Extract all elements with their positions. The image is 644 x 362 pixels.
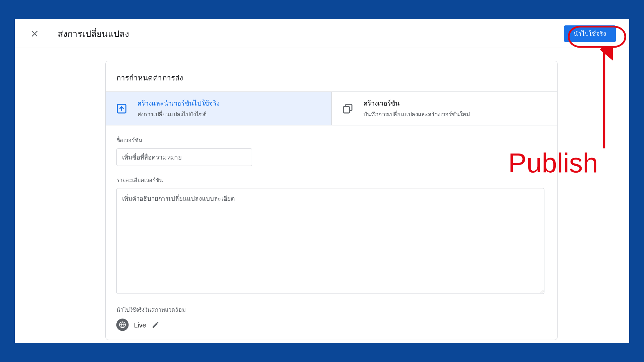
publish-button[interactable]: นำไปใช้จริง: [564, 25, 616, 42]
card-title: การกำหนดค่าการส่ง: [106, 61, 557, 92]
submit-options: สร้างและนำเวอร์ชันไปใช้จริง ส่งการเปลี่ย…: [106, 92, 557, 125]
version-name-input[interactable]: [116, 148, 252, 166]
environment-label: นำไปใช้จริงในสภาพแวดล้อม: [116, 305, 547, 314]
version-name-label: ชื่อเวอร์ชัน: [116, 136, 547, 145]
option-publish-version[interactable]: สร้างและนำเวอร์ชันไปใช้จริง ส่งการเปลี่ย…: [106, 92, 331, 125]
version-desc-label: รายละเอียดเวอร์ชัน: [116, 176, 547, 184]
modal-header: ส่งการเปลี่ยนแปลง นำไปใช้จริง: [15, 19, 629, 48]
option-publish-sub: ส่งการเปลี่ยนแปลงไปยังไซต์: [138, 110, 220, 119]
option-version-sub: บันทึกการเปลี่ยนแปลงและสร้างเวอร์ชันใหม่: [364, 110, 470, 119]
option-publish-title: สร้างและนำเวอร์ชันไปใช้จริง: [138, 98, 220, 109]
edit-environment-icon[interactable]: [151, 321, 159, 329]
upload-icon: [115, 102, 128, 115]
submit-changes-modal: ส่งการเปลี่ยนแปลง นำไปใช้จริง การกำหนดค่…: [15, 19, 629, 343]
environment-row: Live: [116, 319, 547, 331]
submission-config-card: การกำหนดค่าการส่ง สร้างและนำเวอร์ชันไปใช…: [105, 61, 558, 340]
svg-rect-2: [343, 107, 350, 113]
close-icon[interactable]: [29, 28, 40, 39]
annotation-arrow-icon: [589, 47, 615, 153]
version-desc-input[interactable]: [116, 188, 545, 294]
globe-icon: [116, 319, 129, 331]
option-create-version[interactable]: สร้างเวอร์ชัน บันทึกการเปลี่ยนแปลงและสร้…: [331, 92, 557, 125]
copy-icon: [341, 102, 354, 115]
modal-title: ส่งการเปลี่ยนแปลง: [58, 26, 129, 41]
environment-name: Live: [134, 321, 146, 328]
option-version-title: สร้างเวอร์ชัน: [364, 98, 470, 109]
